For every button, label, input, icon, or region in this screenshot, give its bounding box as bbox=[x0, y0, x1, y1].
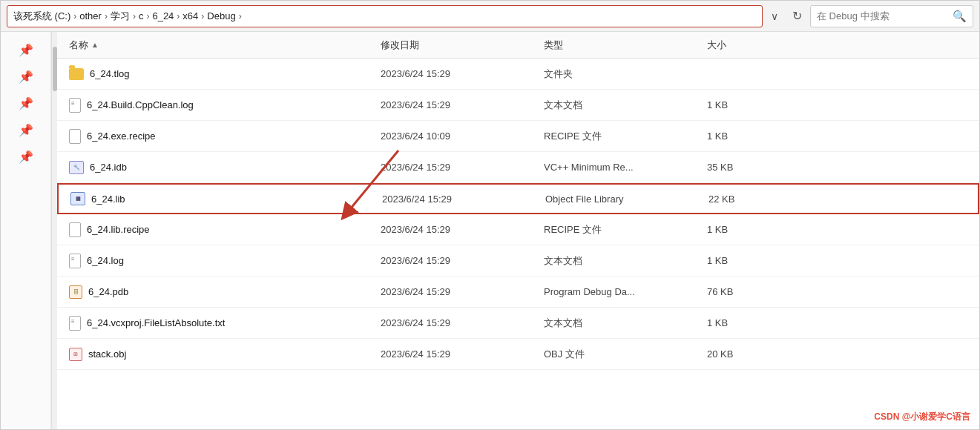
file-name-col: 6_24.lib.recipe bbox=[69, 222, 381, 237]
breadcrumb-item-3[interactable]: c bbox=[139, 10, 144, 22]
col-header-name[interactable]: 名称 ▲ bbox=[69, 39, 381, 52]
file-type-col: 文本文档 bbox=[544, 99, 707, 112]
search-button[interactable]: 🔍 bbox=[953, 10, 967, 23]
table-row[interactable]: ⊞ stack.obj 2023/6/24 15:29 OBJ 文件 20 KB bbox=[57, 339, 979, 370]
address-bar-row: 该死系统 (C:) › other › 学习 › c › 6_24 › x64 … bbox=[1, 1, 979, 32]
txt-icon bbox=[69, 254, 81, 268]
file-type-col: 文本文档 bbox=[544, 254, 707, 268]
file-size-col: 1 KB bbox=[707, 255, 796, 266]
file-name-col: ▦ 6_24.lib bbox=[70, 192, 382, 205]
file-date-col: 2023/6/24 15:29 bbox=[381, 317, 544, 328]
breadcrumb-sep-0: › bbox=[73, 11, 76, 22]
file-name-col: 🔧 6_24.idb bbox=[69, 161, 381, 174]
file-type-col: OBJ 文件 bbox=[544, 348, 707, 361]
file-type-col: 文本文档 bbox=[544, 317, 707, 330]
pdb-icon: 🗄 bbox=[69, 285, 82, 299]
file-date-col: 2023/6/24 15:29 bbox=[381, 68, 544, 79]
breadcrumb-item-5[interactable]: x64 bbox=[182, 10, 198, 22]
sidebar-pin-1[interactable]: 📌 bbox=[13, 64, 39, 88]
file-date-col: 2023/6/24 15:29 bbox=[382, 194, 545, 205]
file-type-col: Program Debug Da... bbox=[544, 286, 707, 297]
lib-icon: ▦ bbox=[70, 192, 85, 205]
breadcrumb-sep-4: › bbox=[177, 11, 180, 22]
obj-icon: ⊞ bbox=[69, 348, 82, 361]
address-bar[interactable]: 该死系统 (C:) › other › 学习 › c › 6_24 › x64 … bbox=[7, 5, 763, 27]
file-type-col: 文件夹 bbox=[544, 67, 707, 81]
file-name-col: 6_24.log bbox=[69, 254, 381, 268]
file-date-col: 2023/6/24 15:29 bbox=[381, 162, 544, 173]
file-name: stack.obj bbox=[88, 348, 126, 360]
file-name-col: ⊞ stack.obj bbox=[69, 348, 381, 361]
file-name: 6_24.lib.recipe bbox=[87, 224, 150, 235]
table-row[interactable]: 6_24.Build.CppClean.log 2023/6/24 15:29 … bbox=[57, 90, 979, 121]
table-row[interactable]: ▦ 6_24.lib 2023/6/24 15:29 Object File L… bbox=[57, 183, 979, 214]
file-name: 6_24.pdb bbox=[88, 286, 128, 297]
breadcrumb-item-0[interactable]: 该死系统 (C:) bbox=[13, 10, 70, 23]
refresh-button[interactable]: ↻ bbox=[786, 6, 807, 27]
file-name-col: 🗄 6_24.pdb bbox=[69, 285, 381, 299]
breadcrumb-item-4[interactable]: 6_24 bbox=[152, 10, 174, 22]
sidebar-pin-2[interactable]: 📌 bbox=[13, 91, 39, 115]
file-name: 6_24.Build.CppClean.log bbox=[87, 99, 194, 110]
table-row[interactable]: 6_24.lib.recipe 2023/6/24 15:29 RECIPE 文… bbox=[57, 214, 979, 245]
main-area: 📌 📌 📌 📌 📌 名称 ▲ 修改日期 类型 bbox=[1, 32, 979, 429]
file-date-col: 2023/6/24 15:29 bbox=[381, 286, 544, 297]
table-row[interactable]: 🔧 6_24.idb 2023/6/24 15:29 VC++ Minimum … bbox=[57, 152, 979, 183]
sidebar-pin-0[interactable]: 📌 bbox=[13, 38, 39, 62]
file-name-col: 6_24.exe.recipe bbox=[69, 129, 381, 144]
file-name-col: 6_24.tlog bbox=[69, 68, 381, 80]
recipe-icon bbox=[69, 222, 81, 237]
file-name-col: 6_24.vcxproj.FileListAbsolute.txt bbox=[69, 316, 381, 331]
file-name: 6_24.vcxproj.FileListAbsolute.txt bbox=[87, 317, 225, 328]
table-row[interactable]: 6_24.log 2023/6/24 15:29 文本文档 1 KB bbox=[57, 245, 979, 277]
file-name: 6_24.tlog bbox=[90, 68, 130, 79]
file-type-col: RECIPE 文件 bbox=[544, 130, 707, 143]
sidebar-pin-4[interactable]: 📌 bbox=[13, 145, 39, 168]
scroll-track[interactable] bbox=[51, 32, 57, 429]
file-rows: 6_24.tlog 2023/6/24 15:29 文件夹 6_24.Build… bbox=[57, 59, 979, 429]
file-date-col: 2023/6/24 15:29 bbox=[381, 99, 544, 110]
file-name: 6_24.exe.recipe bbox=[87, 130, 156, 142]
table-row[interactable]: 🗄 6_24.pdb 2023/6/24 15:29 Program Debug… bbox=[57, 277, 979, 308]
col-header-size[interactable]: 大小 bbox=[707, 39, 796, 52]
breadcrumb-sep-2: › bbox=[133, 11, 136, 22]
breadcrumb-sep-3: › bbox=[146, 11, 149, 22]
sidebar: 📌 📌 📌 📌 📌 bbox=[1, 32, 51, 429]
breadcrumb-sep-5: › bbox=[201, 11, 204, 22]
table-row[interactable]: 6_24.tlog 2023/6/24 15:29 文件夹 bbox=[57, 59, 979, 90]
file-size-col: 1 KB bbox=[707, 130, 796, 142]
file-type-col: VC++ Minimum Re... bbox=[544, 162, 707, 173]
file-type-col: Object File Library bbox=[545, 194, 708, 205]
breadcrumb-item-6[interactable]: Debug bbox=[207, 10, 235, 22]
breadcrumb-item-1[interactable]: other bbox=[79, 10, 102, 22]
search-input[interactable] bbox=[817, 10, 948, 22]
table-row[interactable]: 6_24.vcxproj.FileListAbsolute.txt 2023/6… bbox=[57, 308, 979, 339]
sidebar-pin-3[interactable]: 📌 bbox=[13, 118, 39, 142]
file-list-area: 名称 ▲ 修改日期 类型 大小 6_24.tlog 2023/6/24 15 bbox=[57, 32, 979, 429]
table-row[interactable]: 6_24.exe.recipe 2023/6/24 10:09 RECIPE 文… bbox=[57, 121, 979, 152]
file-size-col: 1 KB bbox=[707, 99, 796, 110]
breadcrumb-item-2[interactable]: 学习 bbox=[111, 10, 130, 23]
file-name: 6_24.log bbox=[87, 255, 124, 266]
file-date-col: 2023/6/24 10:09 bbox=[381, 130, 544, 142]
breadcrumb: 该死系统 (C:) › other › 学习 › c › 6_24 › x64 … bbox=[13, 10, 756, 23]
file-size-col: 76 KB bbox=[707, 286, 796, 297]
txt-icon bbox=[69, 316, 81, 331]
file-size-col: 20 KB bbox=[707, 348, 796, 360]
file-date-col: 2023/6/24 15:29 bbox=[381, 255, 544, 266]
file-size-col: 1 KB bbox=[707, 224, 796, 235]
column-headers: 名称 ▲ 修改日期 类型 大小 bbox=[57, 32, 979, 59]
sort-arrow-name: ▲ bbox=[91, 41, 99, 49]
idb-icon: 🔧 bbox=[69, 161, 84, 174]
file-size-col: 1 KB bbox=[707, 317, 796, 328]
breadcrumb-sep-6: › bbox=[239, 11, 242, 22]
file-size-col: 35 KB bbox=[707, 162, 796, 173]
recipe-icon bbox=[69, 129, 81, 144]
file-type-col: RECIPE 文件 bbox=[544, 223, 707, 236]
file-name: 6_24.lib bbox=[91, 194, 125, 205]
col-header-date[interactable]: 修改日期 bbox=[381, 39, 544, 52]
txt-icon bbox=[69, 98, 81, 113]
col-header-type[interactable]: 类型 bbox=[544, 39, 707, 52]
address-dropdown-button[interactable]: ∨ bbox=[766, 7, 783, 25]
file-name: 6_24.idb bbox=[90, 162, 127, 173]
